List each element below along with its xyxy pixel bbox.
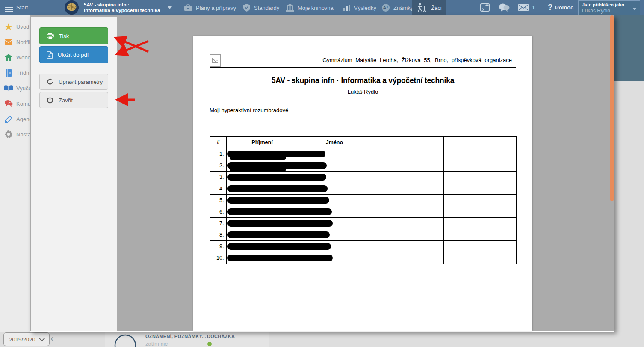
roster-column-header [371, 136, 443, 148]
background-bottom-strip: 2019/2020 ‹ OZNÁMENÍ, POZNÁMKY... zatím … [0, 332, 644, 347]
close-button-label: Zavřít [59, 97, 73, 104]
nav-item-zaci[interactable]: Žáci [412, 0, 446, 15]
surname-cell [226, 218, 298, 229]
print-button[interactable]: Tisk [39, 27, 108, 44]
grade-badge-icon: A⁺ [381, 3, 390, 12]
nav-label: Žáci [431, 5, 442, 11]
attendance-header: DOCHÁZKA [207, 334, 235, 339]
edit-parameters-button[interactable]: Upravit parametry [39, 74, 108, 90]
table-row: 3. [210, 172, 516, 183]
sidebar-collapse-icon[interactable]: ‹ [50, 332, 54, 344]
shield-icon [243, 3, 251, 12]
row-number: 4. [210, 183, 226, 195]
table-row: 9. [210, 241, 516, 252]
empty-cell [443, 229, 516, 241]
surname-cell [226, 229, 298, 241]
row-number: 7. [210, 218, 226, 229]
table-row: 1. [210, 148, 516, 160]
user-dropdown-caret-icon [632, 8, 637, 10]
logged-in-as-label: Jste přihlášen jako [582, 2, 624, 7]
help-question-icon[interactable]: ? [548, 3, 553, 12]
walking-students-icon [417, 3, 428, 12]
start-menu-button[interactable]: Start [16, 4, 28, 11]
surname-cell [226, 183, 298, 195]
student-summary-card: OZNÁMENÍ, POZNÁMKY... zatím nic DOCHÁZKA [105, 332, 269, 347]
roster-column-header [443, 136, 516, 148]
document-preview-page: Gymnázium Matyáše Lercha, Žižkova 55, Br… [193, 36, 532, 331]
left-sidebar: Úvod Notifika Webova Třídní k Vyučov Kom… [0, 15, 31, 332]
sidebar-item-label: Úvod [16, 24, 29, 30]
table-row: 10. [210, 252, 516, 264]
empty-cell [443, 218, 516, 229]
redacted-name-bar-tail [230, 156, 286, 160]
bar-chart-icon [343, 4, 351, 11]
empty-cell [371, 183, 443, 195]
nav-label: Výsledky [354, 5, 376, 11]
attendance-status-dot [207, 342, 212, 346]
redacted-name-bar [227, 255, 333, 261]
empty-cell [371, 218, 443, 229]
row-number: 3. [210, 172, 226, 183]
chevron-down-icon [39, 335, 45, 341]
chat-icon[interactable] [499, 3, 510, 14]
logged-in-user-menu[interactable]: Jste přihlášen jako Lukáš Rýdlo [578, 0, 640, 15]
nav-item-moje-knihovna[interactable]: Moje knihovna [281, 0, 338, 15]
school-logo[interactable] [65, 0, 79, 15]
school-name-header: Gymnázium Matyáše Lercha, Žižkova 55, Br… [322, 57, 512, 63]
empty-cell [443, 160, 516, 172]
save-pdf-button-label: Uložit do pdf [58, 52, 89, 58]
table-row: 5. [210, 195, 516, 206]
document-note: Moji hyperaktivní rozumbradové [210, 107, 288, 113]
surname-cell [226, 148, 298, 160]
notebook-icon [4, 69, 13, 77]
chat-bubbles-icon [4, 100, 13, 107]
top-navigation-bar: Start 5AV - skupina infn · Informatika a… [0, 0, 644, 15]
broken-image-placeholder-icon [210, 54, 221, 67]
row-number: 10. [210, 252, 226, 264]
empty-cell [371, 195, 443, 206]
user-name: Lukáš Rýdlo [582, 8, 610, 14]
current-course-selector[interactable]: 5AV - skupina infn · Informatika a výpoč… [84, 2, 160, 13]
empty-cell [443, 252, 516, 264]
empty-cell [371, 229, 443, 241]
print-actions-panel [31, 17, 117, 331]
surname-cell [226, 172, 298, 183]
screen-cast-icon[interactable] [480, 3, 490, 14]
svg-text:A⁺: A⁺ [383, 5, 389, 10]
close-button[interactable]: Zavřít [39, 92, 108, 108]
redacted-name-bar [227, 243, 331, 250]
roster-body: 1.2.3.4.5.6.7.8.9.10. [210, 148, 516, 264]
empty-cell [371, 252, 443, 264]
help-button[interactable]: Pomoc [555, 4, 573, 11]
table-row: 7. [210, 218, 516, 229]
student-roster-table: #PříjmeníJméno 1.2.3.4.5.6.7.8.9.10. [210, 136, 517, 264]
save-pdf-button[interactable]: Uložit do pdf [39, 46, 108, 63]
school-year-select[interactable]: 2019/2020 [3, 332, 50, 346]
nav-item-standardy[interactable]: Standardy [239, 0, 284, 15]
row-number: 9. [210, 241, 226, 252]
brain-logo-icon [65, 0, 79, 15]
document-author: Lukáš Rýdlo [193, 89, 532, 95]
nav-item-znamky[interactable]: A⁺ Známky [377, 0, 417, 15]
star-icon [4, 23, 13, 30]
pdf-file-icon [47, 51, 53, 59]
empty-cell [371, 148, 443, 160]
row-number: 6. [210, 206, 226, 218]
app-window: Start 5AV - skupina infn · Informatika a… [0, 0, 644, 347]
modal-scrollbar-thumb[interactable] [610, 15, 614, 201]
empty-cell [443, 183, 516, 195]
mail-icon[interactable] [518, 4, 529, 13]
power-icon [47, 97, 53, 104]
nav-item-plany-a-pripravy[interactable]: Plány a přípravy [180, 0, 240, 15]
course-dropdown-caret-icon[interactable] [168, 6, 172, 9]
nav-item-vysledky[interactable]: Výsledky [339, 0, 381, 15]
roster-column-header: # [210, 136, 226, 148]
envelope-icon [4, 39, 13, 45]
hamburger-menu-icon[interactable] [5, 6, 13, 13]
briefcase-icon [184, 4, 192, 12]
print-preview-modal: Tisk Uložit do pdf Upravit parametry Zav… [30, 15, 614, 332]
empty-cell [371, 206, 443, 218]
notices-header: OZNÁMENÍ, POZNÁMKY... [145, 334, 206, 339]
surname-cell [226, 195, 298, 206]
surname-cell [226, 252, 298, 264]
